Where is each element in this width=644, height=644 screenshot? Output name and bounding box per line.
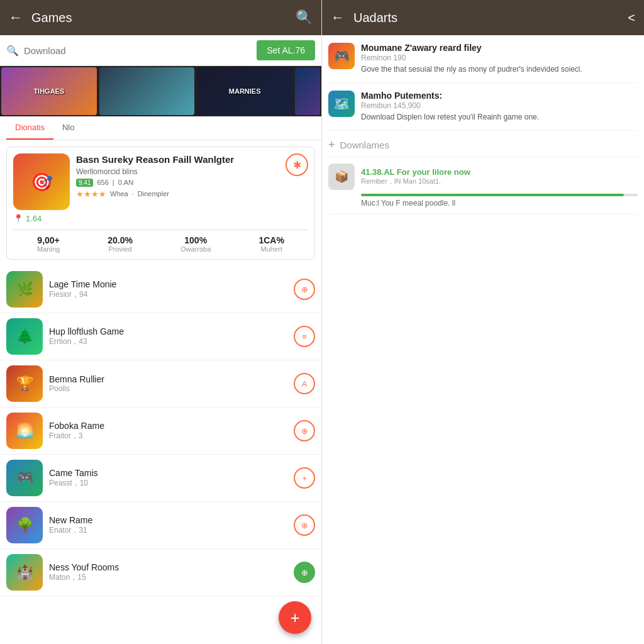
game-info-7: Ness Youf Rooms Maton，15 (49, 562, 287, 583)
fab-button[interactable]: + (279, 601, 311, 634)
download-info: 41.38.AL For your lilore now Remiber，IN … (361, 167, 638, 186)
notif-sub-1: Reminon 190 (361, 53, 638, 62)
game-info-6: New Rame Enator，31 (49, 515, 287, 536)
banner-item-4[interactable] (295, 67, 320, 115)
download-name: 41.38.AL For your lilore now (361, 167, 638, 177)
stat-provied: 20.0% Provied (108, 235, 133, 253)
game-sub-6: Enator，31 (49, 525, 287, 536)
notif-title-1: Moumane Z'awary reard filey (361, 43, 638, 53)
rating-count: 656 (97, 179, 108, 186)
progress-fill (361, 194, 624, 196)
game-info-4: Foboka Rame Fraitor，3 (49, 421, 287, 441)
notif-content-1: Moumane Z'awary reard filey Reminon 190 … (361, 43, 638, 75)
download-top: 📦 41.38.AL For your lilore now Remiber，I… (328, 164, 638, 190)
banner-item-2[interactable] (99, 67, 195, 115)
notif-content-2: Mamho Putements: Remibun 145,900 Downloa… (361, 91, 638, 123)
list-action-btn-1[interactable]: ⊕ (294, 279, 315, 300)
tabs: Dionatis Nlo (0, 116, 321, 140)
left-panel: ← Games 🔍 🔍 Set AL.76 TIHGAES MARNIES (0, 0, 322, 644)
game-thumb-7: 🏰 (6, 554, 43, 591)
list-item[interactable]: 🎮 Came Tamis Peasst，10 + (0, 455, 321, 502)
game-sub-3: Poolls (49, 384, 287, 393)
game-name-2: Hup lloftlush Game (49, 326, 287, 336)
game-info-2: Hup lloftlush Game Errtion，43 (49, 326, 287, 347)
list-item[interactable]: 🌿 Lage Time Monie Fiesior，94 ⊕ (0, 266, 321, 313)
list-action-btn-6[interactable]: ⊕ (294, 514, 315, 536)
game-name-3: Bemna Rullier (49, 374, 287, 384)
game-thumb-4: 🌅 (6, 413, 43, 449)
featured-game-image: 🎯 (13, 153, 70, 210)
list-item[interactable]: 🏰 Ness Youf Rooms Maton，15 ⊕ (0, 549, 321, 596)
tab-dionatis[interactable]: Dionatis (6, 116, 53, 140)
notification-item-2[interactable]: 🗺️ Mamho Putements: Remibun 145,900 Down… (328, 83, 638, 131)
banner-item-1[interactable]: TIHGAES (1, 67, 97, 115)
game-name-1: Lage Time Monie (49, 279, 287, 289)
featured-game-card: 🎯 Basn Sureky Reason Faill Wanlgter Werl… (6, 147, 315, 260)
right-title: Uadarts (353, 11, 628, 25)
tab-nlo[interactable]: Nlo (53, 116, 84, 140)
game-thumb-2: 🌲 (6, 318, 43, 355)
featured-game-info: Basn Sureky Reason Faill Wanlgter Werllo… (76, 153, 279, 199)
section-plus-icon: + (328, 138, 335, 152)
notif-desc-2: Download Displen low retest you'il Reain… (361, 112, 638, 123)
left-header: ← Games 🔍 (0, 0, 321, 35)
tag1: Whea (110, 190, 128, 197)
featured-game-meta: 9.41 656 | 0.AN (76, 179, 279, 187)
right-header: ← Uadarts < (322, 0, 644, 35)
banner-strip: TIHGAES MARNIES (0, 66, 321, 116)
download-item[interactable]: 📦 41.38.AL For your lilore now Remiber，I… (328, 157, 638, 214)
set-button[interactable]: Set AL.76 (257, 40, 315, 60)
search-bar-icon: 🔍 (6, 45, 19, 57)
game-list: 🌿 Lage Time Monie Fiesior，94 ⊕ 🌲 Hup llo… (0, 266, 321, 644)
stat-muhert: 1CA% Muhert (258, 235, 284, 253)
share-icon[interactable]: < (628, 11, 635, 25)
list-item[interactable]: 🏆 Bemna Rullier Poolls A (0, 360, 321, 408)
list-action-btn-7[interactable]: ⊕ (294, 562, 315, 583)
game-thumb-5: 🎮 (6, 460, 43, 496)
game-sub-1: Fiesior，94 (49, 289, 287, 300)
left-search-icon[interactable]: 🔍 (296, 9, 313, 26)
notif-icon-1: 🎮 (328, 43, 355, 69)
list-item[interactable]: 🌅 Foboka Rame Fraitor，3 ⊕ (0, 408, 321, 455)
game-sub-7: Maton，15 (49, 572, 287, 583)
star-rating: ★★★★ (76, 189, 106, 199)
stat-provied-value: 20.0% (108, 235, 133, 245)
rating-badge: 9.41 (76, 179, 93, 187)
notif-sub-2: Remibun 145,900 (361, 101, 638, 110)
rating-extra: | (113, 179, 114, 186)
search-input[interactable] (24, 45, 257, 56)
download-thumb: 📦 (328, 164, 355, 190)
tag2: Dinempler (138, 190, 169, 197)
location-pin-icon: 📍 (13, 214, 23, 223)
stat-maning-value: 9,00+ (37, 235, 60, 245)
location-row: 📍 1.64 (13, 214, 308, 223)
list-action-btn-4[interactable]: ⊕ (294, 420, 315, 441)
stat-maning-label: Maning (37, 245, 60, 253)
search-bar: 🔍 Set AL.76 (0, 35, 321, 66)
section-title: Downlames (340, 140, 389, 150)
stat-owarroba-label: Owarroba (180, 245, 211, 253)
game-thumb-6: 🌳 (6, 507, 43, 543)
list-item[interactable]: 🌲 Hup lloftlush Game Errtion，43 ≡ (0, 313, 321, 360)
list-item[interactable]: 🌳 New Rame Enator，31 ⊕ (0, 502, 321, 549)
notification-item-1[interactable]: 🎮 Moumane Z'awary reard filey Reminon 19… (328, 35, 638, 83)
notif-title-2: Mamho Putements: (361, 91, 638, 101)
game-info-5: Came Tamis Peasst，10 (49, 468, 287, 489)
list-action-btn-5[interactable]: + (294, 467, 315, 489)
featured-game-tags: ★★★★ Whea · Dinempler (76, 189, 279, 199)
list-action-btn-2[interactable]: ≡ (294, 326, 315, 347)
stat-provied-label: Provied (108, 245, 133, 253)
right-back-button[interactable]: ← (331, 9, 345, 26)
left-back-button[interactable]: ← (9, 9, 23, 26)
game-info-3: Bemna Rullier Poolls (49, 374, 287, 393)
game-name-6: New Rame (49, 515, 287, 525)
banner-item-3[interactable]: MARNIES (197, 67, 292, 115)
game-sub-5: Peasst，10 (49, 478, 287, 489)
banner-label-1: TIHGAES (33, 87, 64, 95)
stat-owarroba-value: 100% (180, 235, 211, 245)
right-panel: ← Uadarts < 🎮 Moumane Z'awary reard file… (322, 0, 644, 644)
featured-action-button[interactable]: ✱ (286, 153, 308, 176)
game-sub-2: Errtion，43 (49, 336, 287, 347)
list-action-btn-3[interactable]: A (294, 373, 315, 394)
game-name-4: Foboka Rame (49, 421, 287, 431)
